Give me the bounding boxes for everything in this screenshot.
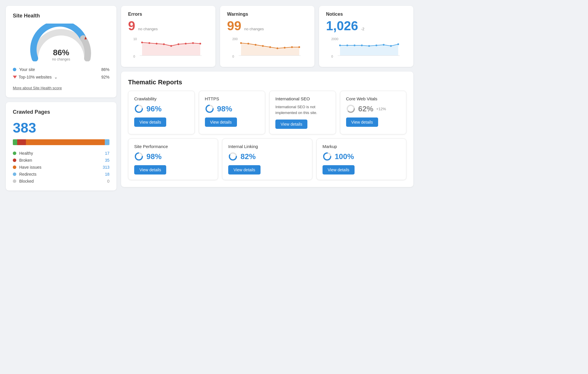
gauge-container: 86% no changes <box>13 24 109 61</box>
gauge-text: 86% no changes <box>52 48 70 61</box>
left-column: Site Health 86% no changes <box>6 6 116 190</box>
core-web-vitals-delta: +12% <box>376 107 386 111</box>
legend-issues: Have issues 313 <box>13 165 109 170</box>
svg-point-34 <box>368 45 370 47</box>
svg-point-7 <box>163 43 165 45</box>
label-healthy: Healthy <box>19 151 105 156</box>
bar-broken <box>17 139 26 145</box>
bar-healthy <box>13 139 17 145</box>
warnings-number-row: 99 no changes <box>227 19 307 33</box>
svg-point-18 <box>247 43 249 44</box>
crawled-pages-title: Crawled Pages <box>13 109 109 115</box>
top10-label: Top-10% websites ⌄ <box>19 75 101 79</box>
dot-broken <box>13 158 16 162</box>
crawled-pages-number: 383 <box>13 120 109 136</box>
svg-point-21 <box>269 46 271 48</box>
svg-point-4 <box>141 42 143 43</box>
international-seo-view-details-button[interactable]: View details <box>275 120 307 129</box>
gauge-percent: 86% <box>52 48 70 57</box>
notices-value: 1,026 <box>326 19 358 33</box>
warnings-chart: 200 0 <box>227 37 307 60</box>
crawled-pages-card: Crawled Pages 383 Healthy 17 Broken 3 <box>6 102 116 190</box>
value-healthy: 17 <box>105 151 109 156</box>
core-web-vitals-view-details-button[interactable]: View details <box>346 117 378 127</box>
warnings-value: 99 <box>227 19 241 33</box>
value-issues: 313 <box>103 165 109 170</box>
https-view-details-button[interactable]: View details <box>205 117 237 127</box>
internal-linking-view-details-button[interactable]: View details <box>228 165 260 174</box>
core-web-vitals-title: Core Web Vitals <box>346 96 401 101</box>
internal-linking-title: Internal Linking <box>228 144 306 149</box>
svg-point-19 <box>255 44 256 46</box>
dot-issues <box>13 165 16 169</box>
dot-redirects <box>13 172 16 176</box>
crawled-bar <box>13 139 109 145</box>
svg-marker-3 <box>142 42 200 56</box>
report-crawlability: Crawlability 96% View details <box>128 91 195 134</box>
report-markup: Markup 100% View details <box>316 138 406 180</box>
svg-text:2000: 2000 <box>331 37 338 41</box>
main-grid: Site Health 86% no changes <box>6 6 413 190</box>
report-site-performance: Site Performance 98% View details <box>128 138 218 180</box>
crawlability-view-details-button[interactable]: View details <box>134 117 166 127</box>
notices-number-row: 1,026 -2 <box>326 19 406 33</box>
warnings-card: Warnings 99 no changes 200 0 <box>220 6 314 67</box>
label-blocked: Blocked <box>19 179 107 184</box>
errors-badge: no changes <box>138 27 157 31</box>
errors-value: 9 <box>128 19 135 33</box>
markup-score: 100% <box>335 152 354 161</box>
svg-text:0: 0 <box>331 55 333 58</box>
reports-row2: Site Performance 98% View details Intern… <box>128 138 406 180</box>
svg-text:10: 10 <box>133 37 137 41</box>
top10-legend: Top-10% websites ⌄ 92% <box>13 75 109 79</box>
label-issues: Have issues <box>19 165 103 170</box>
top10-chevron-icon[interactable]: ⌄ <box>54 75 58 79</box>
svg-point-31 <box>346 44 348 46</box>
site-performance-view-details-button[interactable]: View details <box>134 165 166 174</box>
svg-point-36 <box>383 44 385 46</box>
crawlability-title: Crawlability <box>134 96 189 101</box>
errors-card: Errors 9 no changes 10 0 <box>121 6 215 67</box>
site-performance-title: Site Performance <box>134 144 212 149</box>
svg-point-24 <box>291 46 293 48</box>
more-about-score-link[interactable]: More about Site Health score <box>13 86 62 90</box>
reports-row1: Crawlability 96% View details HTTPS <box>128 91 406 134</box>
internal-linking-score: 82% <box>240 152 256 161</box>
legend-healthy: Healthy 17 <box>13 151 109 156</box>
value-blocked: 0 <box>107 179 109 184</box>
https-donut-icon <box>205 104 214 113</box>
markup-view-details-button[interactable]: View details <box>323 165 355 174</box>
https-score-row: 98% <box>205 104 259 113</box>
svg-point-20 <box>262 45 264 47</box>
svg-point-9 <box>178 43 179 45</box>
errors-number-row: 9 no changes <box>128 19 208 33</box>
crawlability-score: 96% <box>146 104 162 113</box>
report-https: HTTPS 98% View details <box>199 91 265 134</box>
notices-title: Notices <box>326 12 406 17</box>
svg-point-11 <box>192 42 194 44</box>
dot-healthy <box>13 152 16 155</box>
bar-issues <box>26 139 105 145</box>
international-seo-title: International SEO <box>275 96 330 101</box>
svg-point-25 <box>298 46 300 48</box>
report-international-seo: International SEO International SEO is n… <box>269 91 336 134</box>
your-site-label: Your site <box>19 67 101 72</box>
svg-text:0: 0 <box>133 55 135 58</box>
markup-score-row: 100% <box>323 152 400 161</box>
bar-redirects <box>105 139 109 145</box>
notices-chart: 2000 0 <box>326 37 406 60</box>
crawlability-donut-icon <box>134 104 144 113</box>
markup-title: Markup <box>323 144 400 149</box>
value-broken: 35 <box>105 158 109 163</box>
top10-arrow-icon <box>13 76 17 79</box>
svg-point-37 <box>390 45 392 47</box>
svg-point-32 <box>354 44 355 46</box>
svg-point-8 <box>170 45 172 47</box>
site-performance-donut-icon <box>134 152 144 161</box>
report-internal-linking: Internal Linking 82% View details <box>222 138 312 180</box>
markup-donut-icon <box>323 152 332 161</box>
international-seo-desc: International SEO is not implemented on … <box>275 104 330 115</box>
legend-redirects: Redirects 18 <box>13 172 109 177</box>
https-title: HTTPS <box>205 96 259 101</box>
label-broken: Broken <box>19 158 105 163</box>
